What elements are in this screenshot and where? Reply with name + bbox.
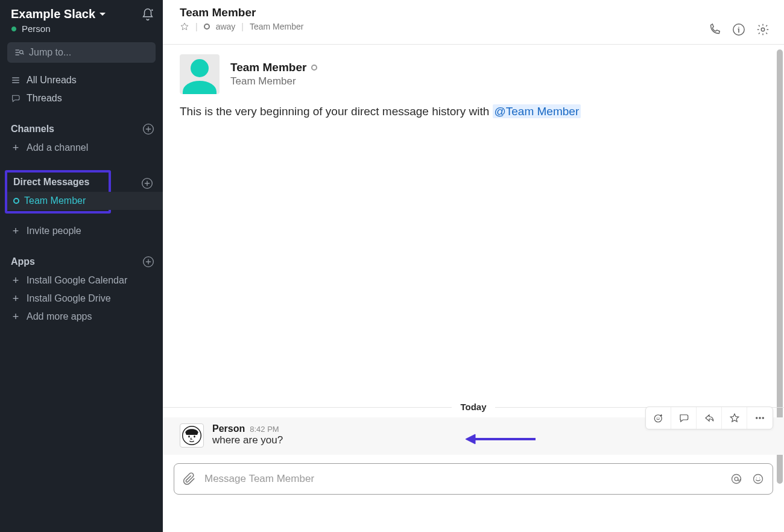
separator: | — [241, 22, 244, 31]
status-text: away — [216, 22, 236, 31]
add-channel-link[interactable]: + Add a channel — [0, 139, 163, 157]
separator: | — [195, 22, 198, 31]
current-user-row[interactable]: Person — [0, 24, 163, 40]
mention-icon[interactable] — [730, 473, 742, 485]
presence-away-icon — [204, 24, 210, 30]
message-hover-actions — [645, 407, 773, 429]
save-message-button[interactable] — [722, 407, 747, 429]
presence-active-icon — [11, 26, 17, 32]
plus-icon: + — [11, 275, 21, 286]
presence-away-icon — [311, 65, 317, 71]
action-label: Invite people — [27, 226, 81, 236]
add-reaction-button[interactable] — [646, 407, 671, 429]
new-dm-icon[interactable] — [141, 177, 153, 189]
presence-away-icon — [13, 198, 19, 204]
channels-section-header[interactable]: Channels — [0, 119, 163, 139]
dm-item-label: Team Member — [24, 195, 86, 206]
action-label: Install Google Calendar — [27, 275, 127, 286]
message-avatar[interactable] — [180, 423, 204, 448]
topic-text[interactable]: Team Member — [250, 22, 303, 31]
unreads-icon — [11, 75, 21, 85]
member-subtitle: Team Member — [230, 75, 317, 87]
plus-icon: + — [11, 311, 21, 322]
info-icon[interactable] — [732, 23, 745, 36]
conversation-intro: Team Member Team Member This is the very… — [163, 45, 784, 118]
svg-point-5 — [761, 28, 765, 31]
action-label: Add more apps — [27, 311, 92, 322]
workspace-name: Example Slack — [11, 7, 95, 21]
annotation-arrow — [464, 433, 537, 448]
svg-point-8 — [759, 417, 761, 419]
direct-messages-section-header[interactable]: Direct Messages — [7, 173, 109, 192]
svg-point-16 — [754, 475, 763, 484]
intro-text-prefix: This is the very beginning of your direc… — [180, 105, 493, 118]
current-user-name: Person — [22, 24, 51, 34]
dm-item-team-member[interactable]: Team Member — [7, 192, 163, 210]
svg-point-6 — [654, 415, 662, 422]
plus-icon: + — [11, 142, 21, 153]
date-label: Today — [452, 402, 495, 412]
app-install-google-drive[interactable]: +Install Google Drive — [0, 290, 163, 308]
invite-people-link[interactable]: + Invite people — [0, 222, 163, 240]
share-message-button[interactable] — [697, 407, 722, 429]
attachment-icon[interactable] — [183, 472, 196, 486]
plus-icon: + — [11, 293, 21, 304]
svg-point-12 — [194, 435, 195, 438]
intro-text: This is the very beginning of your direc… — [180, 105, 770, 118]
member-name: Team Member — [230, 61, 306, 74]
app-install-google-calendar[interactable]: +Install Google Calendar — [0, 271, 163, 290]
person-face-icon — [181, 425, 203, 446]
annotation-highlight-direct-messages: Direct Messages Team Member — [5, 170, 111, 214]
compose-input[interactable] — [204, 473, 722, 485]
chevron-down-icon — [99, 11, 106, 18]
notifications-bell-icon[interactable] — [141, 8, 154, 21]
section-label: Channels — [11, 124, 54, 135]
member-avatar[interactable] — [180, 54, 220, 94]
conversation-pane: Team Member | away | Team Member Team Me… — [163, 0, 784, 532]
call-icon[interactable] — [708, 23, 721, 36]
app-add-more[interactable]: +Add more apps — [0, 308, 163, 326]
emoji-icon[interactable] — [752, 473, 764, 485]
conversation-header: Team Member | away | Team Member — [163, 0, 784, 45]
nav-all-unreads[interactable]: All Unreads — [0, 71, 163, 89]
svg-point-15 — [735, 477, 738, 481]
jump-to-placeholder: Jump to... — [29, 47, 71, 58]
message-timestamp: 8:42 PM — [250, 425, 279, 434]
plus-icon: + — [11, 226, 21, 236]
threads-icon — [11, 93, 21, 103]
jump-to-input[interactable]: Jump to... — [7, 42, 156, 63]
more-actions-button[interactable] — [747, 407, 773, 429]
apps-section-header[interactable]: Apps — [0, 252, 163, 271]
sidebar: Example Slack Person Jump to... All Unre… — [0, 0, 163, 532]
conversation-title: Team Member — [180, 6, 303, 19]
mention-team-member[interactable]: @Team Member — [493, 104, 581, 118]
nav-label: All Unreads — [27, 75, 77, 86]
action-label: Install Google Drive — [27, 293, 111, 304]
svg-point-0 — [20, 51, 23, 54]
svg-point-14 — [732, 475, 741, 484]
gear-icon[interactable] — [756, 23, 770, 36]
message-body: where are you? — [212, 434, 283, 446]
section-label: Direct Messages — [13, 177, 89, 188]
action-label: Add a channel — [27, 142, 88, 153]
message-author[interactable]: Person — [212, 423, 245, 434]
workspace-switcher[interactable]: Example Slack — [11, 7, 106, 21]
message-composer[interactable] — [174, 463, 773, 495]
nav-threads[interactable]: Threads — [0, 89, 163, 107]
add-channel-icon[interactable] — [142, 123, 154, 135]
search-list-icon — [14, 48, 24, 57]
svg-point-9 — [762, 417, 764, 419]
svg-point-11 — [188, 435, 190, 438]
svg-point-7 — [756, 417, 757, 419]
add-app-icon[interactable] — [142, 256, 154, 268]
nav-label: Threads — [27, 93, 62, 104]
start-thread-button[interactable] — [671, 407, 697, 429]
section-label: Apps — [11, 256, 35, 267]
message-row[interactable]: Person 8:42 PM where are you? — [163, 417, 784, 455]
star-icon[interactable] — [180, 22, 189, 31]
